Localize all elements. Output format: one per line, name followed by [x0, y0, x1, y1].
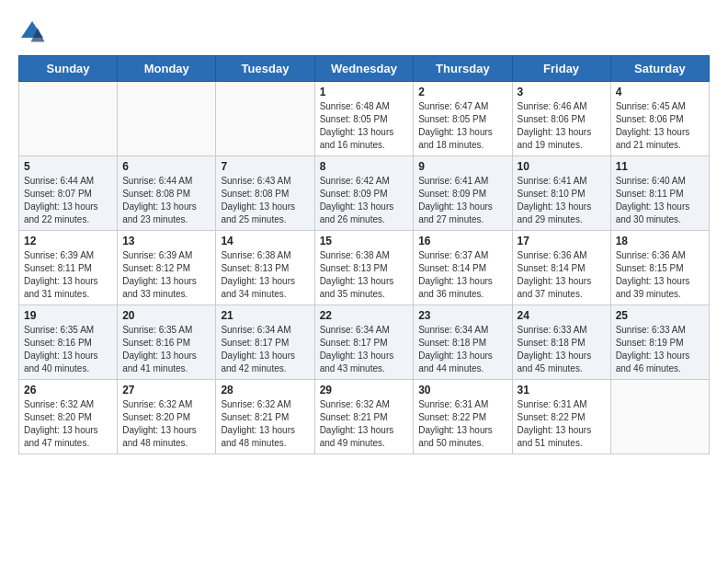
- calendar-cell: 29Sunrise: 6:32 AM Sunset: 8:21 PM Dayli…: [314, 380, 414, 454]
- column-header-tuesday: Tuesday: [216, 56, 314, 82]
- calendar-cell: 14Sunrise: 6:38 AM Sunset: 8:13 PM Dayli…: [216, 231, 314, 305]
- day-number: 28: [221, 384, 309, 396]
- calendar-week-row: 19Sunrise: 6:35 AM Sunset: 8:16 PM Dayli…: [19, 305, 710, 380]
- day-number: 5: [24, 160, 112, 173]
- day-number: 1: [320, 86, 409, 98]
- calendar-cell: 15Sunrise: 6:38 AM Sunset: 8:13 PM Dayli…: [314, 231, 414, 305]
- day-info: Sunrise: 6:41 AM Sunset: 8:10 PM Dayligh…: [518, 175, 606, 226]
- day-number: 13: [122, 235, 210, 247]
- day-info: Sunrise: 6:38 AM Sunset: 8:13 PM Dayligh…: [320, 249, 409, 301]
- day-info: Sunrise: 6:39 AM Sunset: 8:12 PM Dayligh…: [122, 249, 210, 301]
- calendar-cell: 10Sunrise: 6:41 AM Sunset: 8:10 PM Dayli…: [512, 156, 610, 231]
- day-number: 20: [122, 309, 210, 322]
- day-info: Sunrise: 6:48 AM Sunset: 8:05 PM Dayligh…: [320, 100, 409, 152]
- calendar-cell: 16Sunrise: 6:37 AM Sunset: 8:14 PM Dayli…: [414, 231, 512, 305]
- calendar-cell: 4Sunrise: 6:45 AM Sunset: 8:06 PM Daylig…: [610, 82, 709, 156]
- calendar-cell: 6Sunrise: 6:44 AM Sunset: 8:08 PM Daylig…: [118, 156, 216, 231]
- day-number: 8: [320, 160, 409, 173]
- day-info: Sunrise: 6:35 AM Sunset: 8:16 PM Dayligh…: [122, 324, 210, 375]
- day-number: 6: [122, 160, 210, 173]
- day-number: 15: [320, 235, 409, 247]
- calendar-cell: [610, 380, 709, 454]
- logo: [18, 18, 50, 46]
- day-number: 2: [418, 86, 506, 98]
- day-info: Sunrise: 6:38 AM Sunset: 8:13 PM Dayligh…: [221, 249, 309, 301]
- day-info: Sunrise: 6:43 AM Sunset: 8:08 PM Dayligh…: [221, 175, 309, 226]
- day-number: 25: [616, 309, 704, 322]
- day-info: Sunrise: 6:32 AM Sunset: 8:21 PM Dayligh…: [221, 398, 309, 450]
- day-info: Sunrise: 6:39 AM Sunset: 8:11 PM Dayligh…: [24, 249, 112, 301]
- calendar-cell: 30Sunrise: 6:31 AM Sunset: 8:22 PM Dayli…: [414, 380, 512, 454]
- calendar-cell: 11Sunrise: 6:40 AM Sunset: 8:11 PM Dayli…: [610, 156, 709, 231]
- day-number: 14: [221, 235, 309, 247]
- day-number: 21: [221, 309, 309, 322]
- day-info: Sunrise: 6:37 AM Sunset: 8:14 PM Dayligh…: [418, 249, 506, 301]
- day-info: Sunrise: 6:44 AM Sunset: 8:08 PM Dayligh…: [122, 175, 210, 226]
- calendar-week-row: 12Sunrise: 6:39 AM Sunset: 8:11 PM Dayli…: [19, 231, 710, 305]
- day-number: 12: [24, 235, 112, 247]
- day-number: 29: [320, 384, 409, 396]
- calendar-week-row: 5Sunrise: 6:44 AM Sunset: 8:07 PM Daylig…: [19, 156, 710, 231]
- day-number: 18: [616, 235, 704, 247]
- day-info: Sunrise: 6:31 AM Sunset: 8:22 PM Dayligh…: [518, 398, 606, 450]
- calendar-cell: 31Sunrise: 6:31 AM Sunset: 8:22 PM Dayli…: [512, 380, 610, 454]
- day-number: 23: [418, 309, 506, 322]
- day-number: 16: [418, 235, 506, 247]
- calendar-cell: 19Sunrise: 6:35 AM Sunset: 8:16 PM Dayli…: [19, 305, 118, 380]
- calendar-cell: 7Sunrise: 6:43 AM Sunset: 8:08 PM Daylig…: [216, 156, 314, 231]
- calendar-table: SundayMondayTuesdayWednesdayThursdayFrid…: [18, 55, 710, 454]
- column-header-wednesday: Wednesday: [314, 56, 414, 82]
- calendar-cell: 23Sunrise: 6:34 AM Sunset: 8:18 PM Dayli…: [414, 305, 512, 380]
- day-info: Sunrise: 6:33 AM Sunset: 8:18 PM Dayligh…: [518, 324, 606, 375]
- calendar-cell: 17Sunrise: 6:36 AM Sunset: 8:14 PM Dayli…: [512, 231, 610, 305]
- calendar-cell: [118, 82, 216, 156]
- calendar-week-row: 1Sunrise: 6:48 AM Sunset: 8:05 PM Daylig…: [19, 82, 710, 156]
- day-info: Sunrise: 6:35 AM Sunset: 8:16 PM Dayligh…: [24, 324, 112, 375]
- calendar-cell: 27Sunrise: 6:32 AM Sunset: 8:20 PM Dayli…: [118, 380, 216, 454]
- calendar-cell: 22Sunrise: 6:34 AM Sunset: 8:17 PM Dayli…: [314, 305, 414, 380]
- calendar-header-row: SundayMondayTuesdayWednesdayThursdayFrid…: [19, 56, 710, 82]
- calendar-cell: 1Sunrise: 6:48 AM Sunset: 8:05 PM Daylig…: [314, 82, 414, 156]
- logo-icon: [18, 18, 46, 46]
- calendar-cell: 12Sunrise: 6:39 AM Sunset: 8:11 PM Dayli…: [19, 231, 118, 305]
- day-number: 26: [24, 384, 112, 396]
- day-number: 31: [518, 384, 606, 396]
- day-number: 30: [418, 384, 506, 396]
- calendar-cell: 3Sunrise: 6:46 AM Sunset: 8:06 PM Daylig…: [512, 82, 610, 156]
- calendar-cell: 28Sunrise: 6:32 AM Sunset: 8:21 PM Dayli…: [216, 380, 314, 454]
- day-info: Sunrise: 6:42 AM Sunset: 8:09 PM Dayligh…: [320, 175, 409, 226]
- day-number: 19: [24, 309, 112, 322]
- day-number: 4: [616, 86, 704, 98]
- day-number: 10: [518, 160, 606, 173]
- calendar-cell: 13Sunrise: 6:39 AM Sunset: 8:12 PM Dayli…: [118, 231, 216, 305]
- calendar-cell: 5Sunrise: 6:44 AM Sunset: 8:07 PM Daylig…: [19, 156, 118, 231]
- calendar-cell: [19, 82, 118, 156]
- calendar-cell: 24Sunrise: 6:33 AM Sunset: 8:18 PM Dayli…: [512, 305, 610, 380]
- calendar-cell: 20Sunrise: 6:35 AM Sunset: 8:16 PM Dayli…: [118, 305, 216, 380]
- day-number: 17: [518, 235, 606, 247]
- day-info: Sunrise: 6:32 AM Sunset: 8:20 PM Dayligh…: [122, 398, 210, 450]
- day-info: Sunrise: 6:40 AM Sunset: 8:11 PM Dayligh…: [616, 175, 704, 226]
- day-info: Sunrise: 6:46 AM Sunset: 8:06 PM Dayligh…: [518, 100, 606, 152]
- day-info: Sunrise: 6:34 AM Sunset: 8:17 PM Dayligh…: [320, 324, 409, 375]
- day-info: Sunrise: 6:34 AM Sunset: 8:18 PM Dayligh…: [418, 324, 506, 375]
- calendar-cell: [216, 82, 314, 156]
- day-info: Sunrise: 6:36 AM Sunset: 8:14 PM Dayligh…: [518, 249, 606, 301]
- column-header-sunday: Sunday: [19, 56, 118, 82]
- day-number: 7: [221, 160, 309, 173]
- day-info: Sunrise: 6:47 AM Sunset: 8:05 PM Dayligh…: [418, 100, 506, 152]
- calendar-cell: 26Sunrise: 6:32 AM Sunset: 8:20 PM Dayli…: [19, 380, 118, 454]
- day-number: 24: [518, 309, 606, 322]
- day-number: 27: [122, 384, 210, 396]
- column-header-thursday: Thursday: [414, 56, 512, 82]
- column-header-saturday: Saturday: [610, 56, 709, 82]
- column-header-monday: Monday: [118, 56, 216, 82]
- calendar-cell: 9Sunrise: 6:41 AM Sunset: 8:09 PM Daylig…: [414, 156, 512, 231]
- day-number: 3: [518, 86, 606, 98]
- calendar-week-row: 26Sunrise: 6:32 AM Sunset: 8:20 PM Dayli…: [19, 380, 710, 454]
- calendar-cell: 2Sunrise: 6:47 AM Sunset: 8:05 PM Daylig…: [414, 82, 512, 156]
- day-info: Sunrise: 6:32 AM Sunset: 8:21 PM Dayligh…: [320, 398, 409, 450]
- day-info: Sunrise: 6:41 AM Sunset: 8:09 PM Dayligh…: [418, 175, 506, 226]
- day-info: Sunrise: 6:36 AM Sunset: 8:15 PM Dayligh…: [616, 249, 704, 301]
- calendar-cell: 25Sunrise: 6:33 AM Sunset: 8:19 PM Dayli…: [610, 305, 709, 380]
